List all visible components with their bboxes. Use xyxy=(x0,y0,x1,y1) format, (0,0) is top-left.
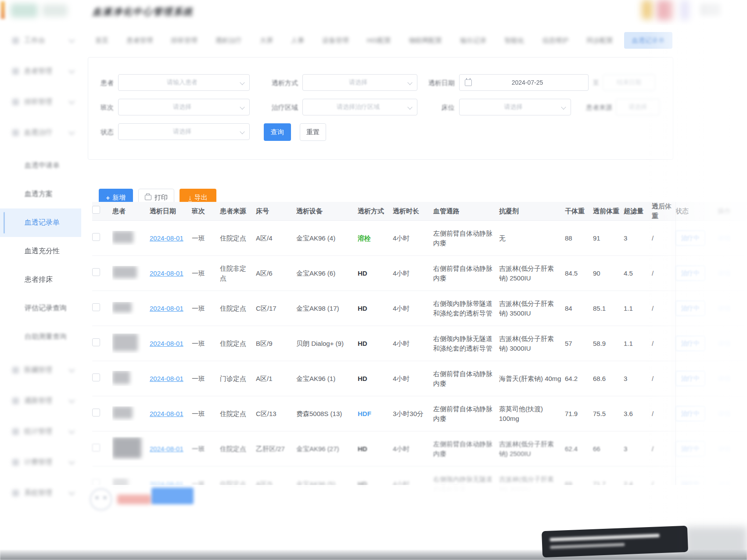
row-checkbox[interactable] xyxy=(92,444,100,452)
sidebar-item[interactable]: 评估记录查询 xyxy=(0,294,81,323)
row-action-link[interactable]: 详情 xyxy=(718,410,731,417)
sidebar-group[interactable]: 患者管理 xyxy=(0,56,81,86)
date-end-input[interactable]: 结束日期 xyxy=(603,74,655,91)
tab-item[interactable]: 透析治疗 xyxy=(215,36,242,45)
sidebar-group-label: 血透治疗 xyxy=(24,128,69,137)
sidebar-group-label: 系统管理 xyxy=(24,488,69,498)
shift-cell: 一班 xyxy=(192,269,220,278)
tab-item[interactable]: 设备管理 xyxy=(322,36,348,45)
sidebar-group[interactable]: 排班管理 xyxy=(0,86,81,117)
sidebar-item[interactable]: 患者排床 xyxy=(0,266,81,294)
row-checkbox[interactable] xyxy=(92,268,100,276)
source-filter-label: 患者来源 xyxy=(576,99,612,116)
pre-weight-cell: 68.6 xyxy=(593,374,624,384)
patient-filter-select[interactable]: 请输入患者 xyxy=(118,74,250,91)
avatar[interactable] xyxy=(657,0,673,20)
chevron-down-icon xyxy=(68,366,75,373)
sidebar-group[interactable]: 血透治疗 xyxy=(0,117,81,148)
tab-item[interactable]: HIS配置 xyxy=(367,36,391,45)
patient-filter-label: 患者 xyxy=(88,74,114,92)
source-filter-input[interactable]: 请选择 xyxy=(616,99,660,115)
sidebar-item[interactable]: 血透方案 xyxy=(0,180,81,208)
tab-item[interactable]: 物联网配置 xyxy=(409,36,442,45)
row-checkbox[interactable] xyxy=(92,303,100,311)
duration-cell: 3小时30分 xyxy=(393,409,433,419)
settings-icon[interactable] xyxy=(681,0,690,20)
tab-item[interactable]: 患者管理 xyxy=(126,36,153,45)
sidebar-group[interactable]: 医嘱管理 xyxy=(0,355,81,385)
uf-volume-cell: 3 xyxy=(624,374,652,384)
dialysis-date-link[interactable]: 2024-08-01 xyxy=(150,269,183,277)
access-cell: 左侧前臂自体动静脉内瘘 xyxy=(433,229,499,248)
row-checkbox[interactable] xyxy=(92,233,100,241)
shift-cell: 一班 xyxy=(192,444,220,454)
shift-filter-select[interactable]: 请选择 xyxy=(118,99,250,115)
ops-cell: 详情 xyxy=(718,409,747,419)
date-start-input[interactable]: 2024-07-25 xyxy=(459,74,589,91)
row-checkbox[interactable] xyxy=(92,409,100,416)
sidebar-item[interactable]: 自助测量查询 xyxy=(0,323,81,351)
row-action-link[interactable]: 详情 xyxy=(718,375,731,382)
chevron-down-icon xyxy=(561,104,566,109)
mode-filter-select[interactable]: 请选择 xyxy=(302,74,417,91)
dry-weight-cell: 84 xyxy=(565,304,593,313)
row-checkbox[interactable] xyxy=(92,338,100,346)
access-cell: 右侧颈内静脉带隧道和涤纶套的透析导管 xyxy=(433,299,499,318)
shift-cell: 一班 xyxy=(192,374,220,384)
sidebar-group[interactable]: 计费管理 xyxy=(0,447,81,477)
notification-icon[interactable] xyxy=(642,0,653,19)
pre-weight-cell: 75.5 xyxy=(593,409,624,419)
tab-item[interactable]: 输出记录 xyxy=(460,36,486,45)
sidebar-group[interactable]: 系统管理 xyxy=(0,477,81,508)
patient-cell xyxy=(112,406,150,421)
sidebar-group-label: 计费管理 xyxy=(24,458,69,467)
sidebar-item[interactable]: 血透申请单 xyxy=(0,151,81,180)
search-button[interactable]: 查询 xyxy=(264,123,291,141)
column-header: 班次 xyxy=(192,206,220,216)
tab-item[interactable]: 首页 xyxy=(95,36,108,45)
row-action-link[interactable]: 详情 xyxy=(718,269,731,277)
dialysis-date-link[interactable]: 2024-08-01 xyxy=(150,305,183,312)
patient-cell xyxy=(112,437,150,461)
tooltip-text-line xyxy=(550,534,660,542)
tab-item[interactable]: 信息维护 xyxy=(542,36,569,45)
tab-active[interactable]: 血透记录单 xyxy=(624,32,672,49)
row-checkbox[interactable] xyxy=(92,373,100,381)
pagination-button[interactable] xyxy=(151,488,194,504)
tab-item[interactable]: 大屏 xyxy=(260,36,273,45)
bed-filter-select[interactable]: 请选择 xyxy=(459,99,571,115)
assistant-icon[interactable] xyxy=(90,488,112,510)
tab-item[interactable]: 智能化 xyxy=(504,36,524,45)
row-action-link[interactable]: 详情 xyxy=(718,305,731,312)
duration-cell: 4小时 xyxy=(393,444,433,454)
sidebar-group[interactable]: 统计管理 xyxy=(0,416,81,447)
dialysis-date-link[interactable]: 2024-08-01 xyxy=(150,234,183,242)
dialysis-date-link[interactable]: 2024-08-01 xyxy=(150,375,183,382)
row-action-link[interactable]: 详情 xyxy=(718,445,731,452)
dialysis-date-link[interactable]: 2024-08-01 xyxy=(150,340,183,347)
row-action-link[interactable]: 详情 xyxy=(718,234,731,242)
tab-item[interactable]: 人事 xyxy=(291,36,304,45)
pre-weight-cell: 90 xyxy=(593,269,624,278)
dialysis-date-link[interactable]: 2024-08-01 xyxy=(150,445,183,452)
tab-item[interactable]: 排班管理 xyxy=(171,36,197,45)
row-action-link[interactable]: 详情 xyxy=(718,340,731,347)
select-all-checkbox[interactable] xyxy=(92,206,100,214)
sidebar-item[interactable]: 血透充分性 xyxy=(0,237,81,266)
status-cell: 治疗中 xyxy=(675,406,718,421)
sidebar-item[interactable]: 血透记录单 xyxy=(0,208,81,237)
patient-cell xyxy=(112,266,150,281)
sidebar-group[interactable]: 工作台 xyxy=(0,25,81,56)
status-badge: 治疗中 xyxy=(675,371,705,386)
mode-cell: HD xyxy=(358,444,393,454)
tabbar: 首页患者管理排班管理透析治疗大屏人事设备管理HIS配置物联网配置输出记录智能化信… xyxy=(81,25,747,56)
dialysis-date-link[interactable]: 2024-08-01 xyxy=(150,410,183,417)
area-filter-select[interactable]: 请选择治疗区域 xyxy=(302,99,417,115)
tab-item[interactable]: 同步配置 xyxy=(587,36,613,45)
row-select-cell xyxy=(92,338,112,349)
reset-button[interactable]: 重置 xyxy=(300,123,326,141)
sidebar-group[interactable]: 通路管理 xyxy=(0,385,81,416)
access-cell: 右侧颈内静脉无隧道和涤纶套的透析导管 xyxy=(433,334,499,353)
records-table: 患者透析日期班次患者来源床号透析设备透析方式透析时长血管通路抗凝剂干体重透前体重… xyxy=(92,202,746,502)
status-filter-select[interactable]: 请选择 xyxy=(118,123,250,140)
